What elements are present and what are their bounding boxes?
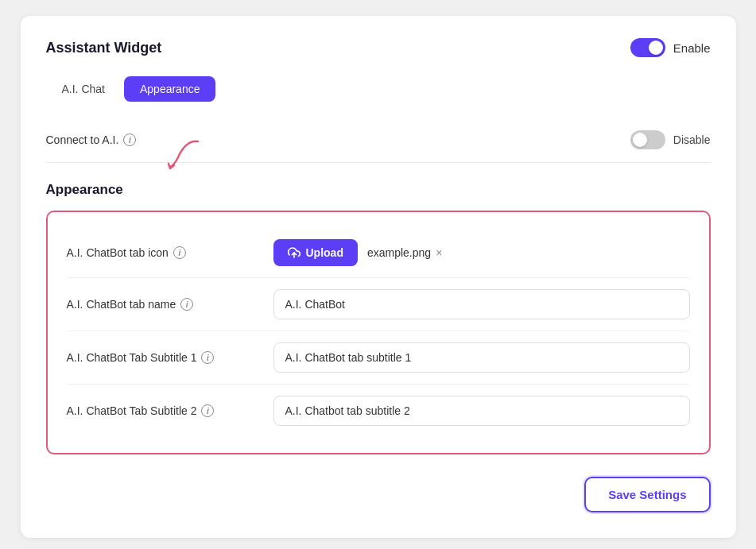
appearance-heading: Appearance (46, 182, 711, 198)
toggle-knob (649, 41, 663, 55)
subtitle-2-info-icon[interactable]: i (201, 404, 214, 417)
enable-toggle[interactable] (630, 38, 665, 57)
field-row-subtitle-1: A.I. ChatBot Tab Subtitle 1 i (67, 331, 690, 385)
upload-icon (288, 246, 300, 259)
tab-ai-chat[interactable]: A.I. Chat (46, 76, 121, 102)
remove-file-icon[interactable]: × (436, 247, 442, 258)
tab-name-control (273, 289, 690, 319)
assistant-widget-card: Assistant Widget Enable A.I. Chat Appear… (21, 16, 736, 538)
subtitle-2-control (273, 396, 690, 426)
save-btn-wrapper: Save Settings (46, 477, 711, 512)
connect-ai-label: Connect to A.I. i (46, 133, 137, 146)
connect-ai-row: Connect to A.I. i Disable (46, 118, 711, 163)
connect-ai-toggle[interactable] (630, 130, 665, 149)
tab-appearance[interactable]: Appearance (124, 76, 216, 102)
tab-icon-label: A.I. ChatBot tab icon i (67, 246, 273, 259)
field-row-tab-icon: A.I. ChatBot tab icon i Upload (67, 228, 690, 278)
enable-row: Enable (630, 38, 711, 57)
file-name: example.png × (367, 246, 442, 259)
tab-name-info-icon[interactable]: i (180, 298, 193, 311)
upload-button[interactable]: Upload (273, 239, 358, 266)
tab-icon-control: Upload example.png × (273, 239, 690, 266)
card-title: Assistant Widget (46, 40, 162, 56)
tab-name-input[interactable] (273, 289, 690, 319)
subtitle-1-input[interactable] (273, 342, 690, 373)
field-row-tab-name: A.I. ChatBot tab name i (67, 278, 690, 331)
card-header: Assistant Widget Enable (46, 38, 711, 57)
connect-ai-info-icon[interactable]: i (123, 133, 136, 146)
subtitle-1-control (273, 342, 690, 373)
subtitle-1-info-icon[interactable]: i (201, 351, 214, 364)
subtitle-1-label: A.I. ChatBot Tab Subtitle 1 i (67, 351, 273, 364)
connect-controls: Disable (630, 130, 711, 149)
connect-toggle-knob (633, 133, 647, 147)
appearance-section: Appearance A.I. ChatBot tab icon i (46, 182, 711, 454)
tab-name-label: A.I. ChatBot tab name i (67, 298, 273, 311)
subtitle-2-label: A.I. ChatBot Tab Subtitle 2 i (67, 404, 273, 417)
tabs-container: A.I. Chat Appearance (46, 76, 711, 102)
enable-label: Enable (673, 41, 711, 55)
tab-icon-info-icon[interactable]: i (173, 246, 186, 259)
save-settings-button[interactable]: Save Settings (584, 477, 710, 512)
disable-label: Disable (673, 133, 711, 146)
field-row-subtitle-2: A.I. ChatBot Tab Subtitle 2 i (67, 385, 690, 437)
subtitle-2-input[interactable] (273, 396, 690, 426)
appearance-box: A.I. ChatBot tab icon i Upload (46, 211, 711, 454)
